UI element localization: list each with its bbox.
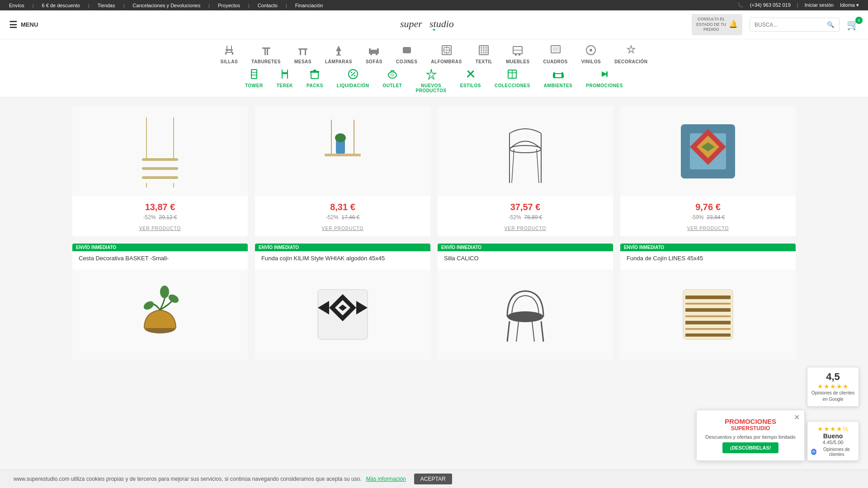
nav-ambientes-label: AMBIENTES: [544, 83, 572, 88]
nav-decoracion[interactable]: DECORACIÓN: [614, 44, 647, 64]
nav-nuevos-label: NUEVOS PRODUCTOS: [415, 83, 446, 93]
nav-textil[interactable]: TEXTIL: [476, 44, 492, 64]
svg-line-104: [541, 321, 543, 342]
nav-muebles[interactable]: MUEBLES: [506, 44, 529, 64]
product-title: Funda cojín KILIM Style WHIAK algodón 45…: [255, 251, 430, 269]
nav-taburetes-label: TABURETES: [251, 59, 281, 64]
phone-icon: 📞: [737, 2, 744, 8]
nav-alfombras[interactable]: ALFOMBRAS: [431, 44, 462, 64]
svg-rect-109: [685, 303, 731, 305]
menu-button[interactable]: ☰ MENU: [9, 19, 38, 30]
svg-rect-112: [685, 321, 731, 324]
ver-producto-link[interactable]: VER PRODUCTO: [72, 224, 248, 236]
svg-rect-2: [226, 46, 227, 52]
svg-point-80: [509, 145, 541, 153]
nav-outlet[interactable]: OUTLET: [382, 68, 402, 93]
price-discount-row: -52% 78,89 €: [445, 214, 606, 221]
svg-point-102: [507, 311, 543, 322]
top-bar: Envíos | 6 € de descuento | Tiendas | Ca…: [0, 0, 868, 10]
price-main: 37,57 €: [445, 202, 606, 212]
topbar-login[interactable]: Iniciar sesión: [805, 2, 834, 8]
price-discount-row: -59% 23,84 €: [627, 214, 788, 221]
nav-lamparas-label: LÁMPARAS: [325, 59, 352, 64]
nav-row-1: SILLAS TABURETES MESAS LÁMPARAS SOFÁS CO…: [9, 44, 859, 68]
consult-button[interactable]: CONSULTA ELESTADO DE TUPEDIDO 🔔: [692, 14, 742, 35]
topbar-cancelaciones[interactable]: Cancelaciones y Devoluciones: [132, 3, 200, 8]
topbar-contacto[interactable]: Contacto: [258, 3, 278, 8]
envio-badge: ENVÍO INMEDIATO: [255, 244, 430, 251]
nav-cuadros-label: CUADROS: [543, 59, 568, 64]
svg-marker-14: [336, 46, 341, 51]
nav-liquidacion[interactable]: LIQUIDACIÓN: [337, 68, 369, 93]
nav-lamparas[interactable]: LÁMPARAS: [325, 44, 352, 64]
nav-cuadros[interactable]: CUADROS: [543, 44, 568, 64]
nav-estilos[interactable]: ESTILOS: [460, 68, 481, 93]
svg-point-95: [167, 293, 180, 305]
search-input[interactable]: [750, 19, 822, 31]
nav-packs[interactable]: PACKS: [307, 68, 323, 93]
logo[interactable]: super studio: [398, 13, 470, 37]
envio-badge: ENVÍO INMEDIATO: [438, 244, 613, 251]
product-card-titled: ENVÍO INMEDIATO Cesta Decorativa BASKET …: [72, 244, 248, 360]
svg-rect-21: [376, 53, 377, 55]
product-image-area: [255, 269, 430, 360]
ver-producto-link[interactable]: VER PRODUCTO: [620, 224, 796, 236]
nav-tower-label: TOWER: [245, 83, 263, 88]
nav-colecciones[interactable]: COLECCIONES: [495, 68, 530, 93]
nav-taburetes[interactable]: TABURETES: [251, 44, 281, 64]
topbar-envios[interactable]: Envíos: [9, 3, 24, 8]
svg-rect-47: [282, 72, 288, 74]
svg-point-79: [335, 133, 346, 142]
cart-button[interactable]: 🛒 0: [847, 19, 859, 31]
svg-rect-67: [606, 71, 608, 77]
nav-vinilos[interactable]: VINILOS: [581, 44, 601, 64]
phone-number: (+34) 963 052 019: [750, 2, 791, 8]
svg-rect-72: [142, 176, 178, 179]
topbar-descuento[interactable]: 6 € de descuento: [42, 3, 80, 8]
svg-text:super: super: [400, 18, 422, 29]
product-title: Silla CALICO: [438, 251, 613, 269]
header: ☰ MENU super studio CONSULTA ELESTADO DE…: [0, 10, 868, 39]
nav-mesas[interactable]: MESAS: [294, 44, 311, 64]
topbar-right: 📞 (+34) 963 052 019 | Iniciar sesión Idi…: [737, 2, 859, 8]
svg-marker-57: [427, 69, 436, 79]
svg-line-103: [507, 321, 509, 342]
price-discount-row: -52% 29,12 €: [80, 214, 241, 221]
svg-rect-111: [685, 315, 731, 317]
nav-promociones[interactable]: PROMOCIONES: [586, 68, 623, 93]
svg-point-53: [351, 72, 352, 73]
nav-nuevos-productos[interactable]: NUEVOS PRODUCTOS: [415, 68, 446, 93]
topbar-tiendas[interactable]: Tiendas: [98, 3, 115, 8]
cart-badge: 0: [855, 17, 863, 24]
product-image-area: [72, 269, 248, 360]
svg-rect-7: [232, 52, 233, 55]
svg-rect-3: [231, 46, 232, 52]
topbar-financiacion[interactable]: Financiación: [295, 3, 323, 8]
search-button[interactable]: 🔍: [822, 18, 839, 31]
svg-rect-20: [370, 53, 372, 55]
price-main: 13,87 €: [80, 202, 241, 212]
nav-terek[interactable]: TEREK: [277, 68, 293, 93]
product-card: 37,57 € -52% 78,89 € VER PRODUCTO: [438, 106, 613, 236]
svg-rect-42: [251, 70, 257, 79]
nav-ambientes[interactable]: AMBIENTES: [544, 68, 572, 93]
svg-rect-108: [685, 296, 731, 299]
ver-producto-link[interactable]: VER PRODUCTO: [438, 224, 613, 236]
envio-badge: ENVÍO INMEDIATO: [620, 244, 796, 251]
nav-terek-label: TEREK: [277, 83, 293, 88]
nav-sofas[interactable]: SOFÁS: [366, 44, 382, 64]
nav-sillas[interactable]: SILLAS: [221, 44, 238, 64]
nav-cojines-label: COJINES: [396, 59, 417, 64]
nav-muebles-label: MUEBLES: [506, 59, 529, 64]
svg-rect-71: [142, 167, 178, 170]
ver-producto-link[interactable]: VER PRODUCTO: [255, 224, 430, 236]
nav-tower[interactable]: TOWER: [245, 68, 263, 93]
topbar-proyectos[interactable]: Proyectos: [218, 3, 240, 8]
price-main: 9,76 €: [627, 202, 788, 212]
product-grid-wrapper: 13,87 € -52% 29,12 € VER PRODUCTO: [0, 97, 868, 369]
topbar-idioma[interactable]: Idioma ▾: [840, 2, 859, 8]
nav-cojines[interactable]: COJINES: [396, 44, 417, 64]
product-card: 13,87 € -52% 29,12 € VER PRODUCTO: [72, 106, 248, 236]
nav-colecciones-label: COLECCIONES: [495, 83, 530, 88]
svg-rect-70: [142, 158, 178, 161]
